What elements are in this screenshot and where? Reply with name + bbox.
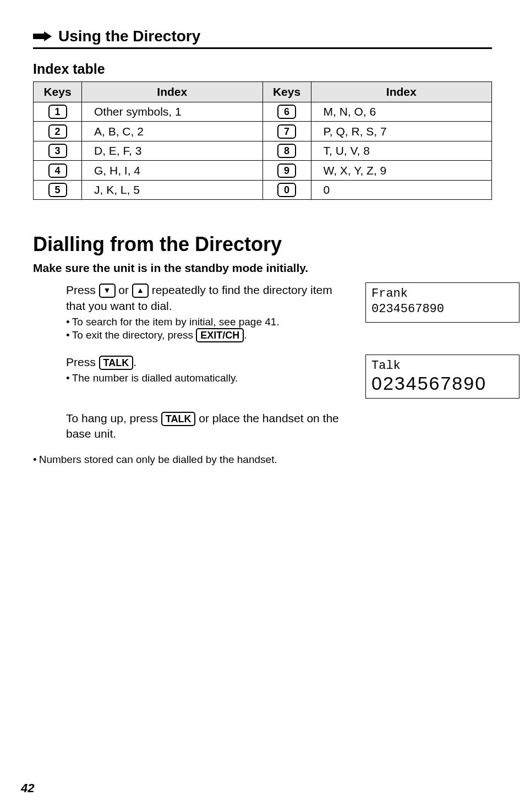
step-1-bullets: To search for the item by initial, see p… (66, 316, 352, 342)
keycap-icon: 7 (277, 124, 296, 139)
step-2-bullets: The number is dialled automatically. (66, 372, 352, 384)
step-3-body: To hang up, press TALK or place the hand… (66, 411, 352, 442)
keycap-icon: 9 (277, 164, 296, 178)
table-row: 4 G, H, I, 4 9 W, X, Y, Z, 9 (34, 161, 492, 180)
lcd-display-1: Frank 0234567890 (365, 282, 519, 323)
section-lead: Make sure the unit is in the standby mod… (33, 261, 492, 275)
list-item: To exit the directory, press EXIT/CH. (66, 328, 352, 342)
lcd-line-1: Talk (371, 358, 513, 374)
chapter-header: Using the Directory (33, 28, 492, 49)
chapter-title: Using the Directory (58, 28, 200, 45)
keycap-icon: 1 (48, 105, 67, 119)
talk-key-icon: TALK (161, 412, 196, 426)
table-row: 1 Other symbols, 1 6 M, N, O, 6 (34, 102, 492, 122)
index-table-heading: Index table (33, 61, 492, 77)
index-cell: M, N, O, 6 (311, 102, 492, 122)
arrow-icon (33, 31, 52, 41)
lcd-line-2: 0234567890 (371, 302, 513, 317)
footnote: Numbers stored can only be dialled by th… (33, 454, 492, 466)
step-1-body: Press ▼ or ▲ repeatedly to find the dire… (66, 282, 352, 314)
keycap-icon: 6 (277, 105, 296, 119)
section-title: Dialling from the Directory (33, 233, 492, 256)
table-row: 3 D, E, F, 3 8 T, U, V, 8 (34, 141, 492, 160)
index-cell: 0 (311, 180, 492, 199)
lcd-line-1: Frank (371, 286, 513, 302)
keycap-icon: 3 (48, 144, 67, 158)
keycap-icon: 5 (48, 183, 67, 197)
table-header-index: Index (311, 82, 492, 102)
keycap-icon: 4 (48, 164, 67, 178)
table-header-keys: Keys (34, 82, 82, 102)
keycap-icon: 0 (277, 183, 296, 197)
index-cell: W, X, Y, Z, 9 (311, 161, 492, 180)
index-cell: J, K, L, 5 (82, 180, 263, 199)
index-cell: T, U, V, 8 (311, 141, 492, 160)
down-arrow-icon: ▼ (99, 284, 116, 298)
index-cell: D, E, F, 3 (82, 141, 263, 160)
svg-marker-0 (33, 31, 52, 41)
lcd-display-2: Talk 0234567890 (365, 355, 519, 399)
table-row: 5 J, K, L, 5 0 0 (34, 180, 492, 199)
step-1: Press ▼ or ▲ repeatedly to find the dire… (33, 282, 492, 342)
index-cell: G, H, I, 4 (82, 161, 263, 180)
index-cell: A, B, C, 2 (82, 122, 263, 141)
list-item: The number is dialled automatically. (66, 372, 352, 384)
list-item: To search for the item by initial, see p… (66, 316, 352, 328)
keycap-icon: 2 (48, 124, 67, 139)
index-cell: P, Q, R, S, 7 (311, 122, 492, 141)
keycap-icon: 8 (277, 144, 296, 158)
step-2-body: Press TALK. (66, 355, 352, 370)
index-cell: Other symbols, 1 (82, 102, 263, 122)
table-header-index: Index (82, 82, 263, 102)
step-2: Press TALK. The number is dialled automa… (33, 355, 492, 399)
page-number: 42 (21, 781, 34, 795)
exit-ch-key-icon: EXIT/CH (196, 328, 244, 342)
table-header-keys: Keys (262, 82, 311, 102)
step-3: To hang up, press TALK or place the hand… (33, 411, 492, 442)
lcd-line-2: 0234567890 (371, 374, 513, 393)
table-row: 2 A, B, C, 2 7 P, Q, R, S, 7 (34, 122, 492, 141)
talk-key-icon: TALK (99, 356, 134, 370)
up-arrow-icon: ▲ (132, 284, 149, 298)
index-table: Keys Index Keys Index 1 Other symbols, 1… (33, 81, 492, 200)
